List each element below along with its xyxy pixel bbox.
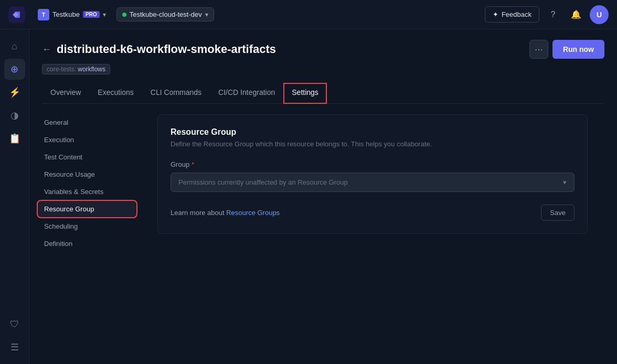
- help-icon: ?: [551, 10, 556, 19]
- settings-nav-variables-secrets[interactable]: Variables & Secrets: [38, 184, 136, 200]
- page-title: distributed-k6-workflow-smoke-artifacts: [57, 42, 276, 56]
- tab-cli-commands[interactable]: CLI Commands: [142, 83, 210, 104]
- env-status-dot: [122, 13, 126, 17]
- slack-icon: ✦: [493, 10, 498, 18]
- more-options-button[interactable]: ⋯: [529, 40, 548, 59]
- logo-area: [8, 6, 25, 23]
- select-chevron-icon: ▾: [563, 178, 567, 186]
- resource-group-panel: Resource Group Define the Resource Group…: [157, 114, 588, 234]
- left-sidebar: ⌂ ⊕ ⚡ ◑ 📋 🛡 ☰: [0, 29, 29, 364]
- analytics-icon: ◑: [10, 110, 19, 121]
- env-name: Testkube-cloud-test-dev: [130, 10, 202, 18]
- sidebar-item-tests[interactable]: 📋: [4, 128, 25, 149]
- tab-cicd-integration[interactable]: CI/CD Integration: [210, 83, 283, 104]
- tab-executions[interactable]: Executions: [89, 83, 142, 104]
- settings-nav-test-content[interactable]: Test Content: [38, 149, 136, 165]
- pro-badge: PRO: [83, 11, 100, 18]
- page-title-row: ← distributed-k6-workflow-smoke-artifact…: [42, 40, 604, 59]
- top-navigation: T Testkube PRO ▾ Testkube-cloud-test-dev…: [0, 0, 617, 29]
- home-icon: ⌂: [12, 41, 17, 52]
- group-select-placeholder: Permissions currently unaffected by an R…: [178, 178, 348, 186]
- settings-nav-execution[interactable]: Execution: [38, 132, 136, 148]
- settings-content: Resource Group Define the Resource Group…: [145, 104, 617, 364]
- learn-more-text: Learn more about Resource Groups: [171, 209, 280, 217]
- menu-icon: ☰: [10, 341, 19, 353]
- settings-nav-general[interactable]: General: [38, 114, 136, 131]
- workspace-chevron-icon: ▾: [103, 11, 106, 18]
- notifications-button[interactable]: 🔔: [567, 5, 586, 24]
- settings-nav-resource-usage[interactable]: Resource Usage: [38, 166, 136, 183]
- tabs-row: Overview Executions CLI Commands CI/CD I…: [42, 83, 604, 104]
- settings-nav-scheduling[interactable]: Scheduling: [38, 218, 136, 234]
- workspace-name: Testkube: [52, 10, 80, 18]
- sidebar-item-menu[interactable]: ☰: [4, 337, 25, 358]
- sidebar-item-add[interactable]: ⊕: [4, 59, 25, 80]
- env-chevron-icon: ▾: [205, 11, 208, 18]
- main-layout: ⌂ ⊕ ⚡ ◑ 📋 🛡 ☰ ← d: [0, 29, 617, 364]
- settings-nav-definition[interactable]: Definition: [38, 235, 136, 252]
- sidebar-item-home[interactable]: ⌂: [4, 36, 25, 57]
- settings-sidebar: General Execution Test Content Resource …: [29, 104, 145, 364]
- page-title-actions: ⋯ Run now: [529, 40, 604, 59]
- resource-groups-link[interactable]: Resource Groups: [226, 209, 280, 217]
- triggers-icon: ⚡: [9, 87, 20, 98]
- breadcrumb-label: core-tests:: [47, 66, 76, 73]
- page-title-left: ← distributed-k6-workflow-smoke-artifact…: [42, 42, 276, 56]
- page-header: ← distributed-k6-workflow-smoke-artifact…: [29, 29, 617, 104]
- add-integration-icon: ⊕: [10, 63, 18, 75]
- bell-icon: 🔔: [571, 9, 581, 19]
- inner-layout: General Execution Test Content Resource …: [29, 104, 617, 364]
- panel-title: Resource Group: [171, 127, 575, 137]
- shield-icon: 🛡: [10, 319, 19, 330]
- sidebar-item-analytics[interactable]: ◑: [4, 105, 25, 126]
- help-button[interactable]: ?: [544, 5, 562, 24]
- tab-settings[interactable]: Settings: [283, 83, 327, 104]
- breadcrumb: core-tests: workflows: [42, 64, 110, 74]
- tab-overview[interactable]: Overview: [42, 83, 89, 104]
- workspace-avatar: T: [38, 9, 49, 20]
- environment-selector[interactable]: Testkube-cloud-test-dev ▾: [116, 7, 214, 22]
- feedback-button[interactable]: ✦ Feedback: [485, 6, 539, 23]
- sidebar-item-security[interactable]: 🛡: [4, 314, 25, 335]
- topnav-right: ✦ Feedback ? 🔔 U: [485, 5, 609, 24]
- user-avatar[interactable]: U: [590, 5, 609, 24]
- required-indicator: *: [192, 160, 194, 168]
- group-field-label: Group *: [171, 160, 575, 168]
- breadcrumb-value: workflows: [78, 66, 105, 73]
- panel-description: Define the Resource Group which this res…: [171, 140, 575, 148]
- sidebar-item-triggers[interactable]: ⚡: [4, 82, 25, 103]
- panel-footer: Learn more about Resource Groups Save: [171, 205, 575, 221]
- sidebar-bottom: 🛡 ☰: [4, 314, 25, 358]
- settings-nav-resource-group[interactable]: Resource Group: [38, 201, 136, 217]
- feedback-label: Feedback: [502, 10, 531, 18]
- workspace-selector[interactable]: T Testkube PRO ▾: [34, 7, 110, 23]
- ellipsis-icon: ⋯: [535, 45, 543, 55]
- tests-icon: 📋: [9, 133, 20, 144]
- group-select[interactable]: Permissions currently unaffected by an R…: [171, 173, 575, 192]
- content-area: ← distributed-k6-workflow-smoke-artifact…: [29, 29, 617, 364]
- back-button[interactable]: ←: [42, 44, 51, 55]
- run-now-button[interactable]: Run now: [552, 40, 604, 59]
- app-logo[interactable]: [8, 6, 25, 23]
- save-button[interactable]: Save: [541, 205, 575, 221]
